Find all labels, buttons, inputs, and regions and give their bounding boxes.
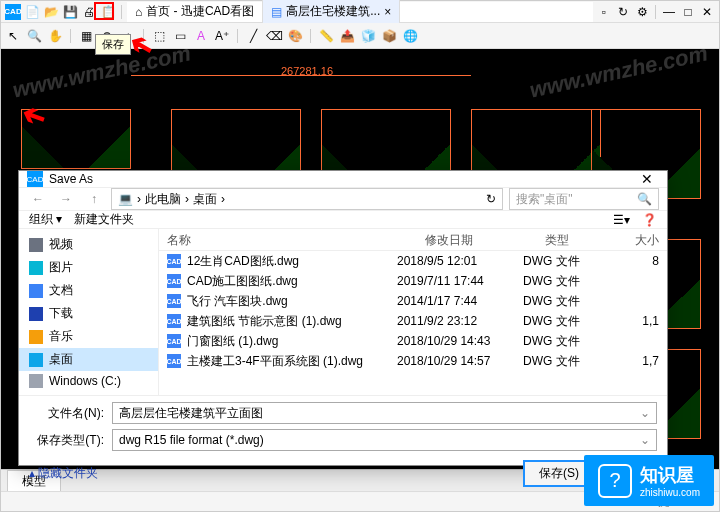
col-size[interactable]: 大小 bbox=[617, 229, 667, 250]
dialog-toolbar: 组织 ▾ 新建文件夹 ☰▾ ❓ bbox=[19, 211, 667, 229]
sidebar-item[interactable]: 下载 bbox=[19, 302, 158, 325]
organize-menu[interactable]: 组织 ▾ bbox=[29, 211, 62, 228]
folder-icon bbox=[29, 307, 43, 321]
folder-icon bbox=[29, 238, 43, 252]
open-icon[interactable]: 📂 bbox=[43, 4, 59, 20]
zoom-icon[interactable]: 🔍 bbox=[26, 28, 42, 44]
plugin-icon[interactable]: 📦 bbox=[381, 28, 397, 44]
tab-label: 首页 - 迅捷CAD看图 bbox=[146, 3, 254, 20]
sidebar-item[interactable]: 桌面 bbox=[19, 348, 158, 371]
window-icon[interactable]: ▫ bbox=[596, 4, 612, 20]
list-header: 名称 修改日期 类型 大小 bbox=[159, 229, 667, 251]
file-row[interactable]: CAD建筑图纸 节能示意图 (1).dwg2011/9/2 23:12DWG 文… bbox=[159, 311, 667, 331]
folder-icon bbox=[29, 284, 43, 298]
annotate-icon[interactable]: A⁺ bbox=[214, 28, 230, 44]
search-input[interactable]: 搜索"桌面" 🔍 bbox=[509, 188, 659, 210]
folder-icon bbox=[29, 353, 43, 367]
dialog-nav: ← → ↑ 💻 ›此电脑 ›桌面 › ↻ 搜索"桌面" 🔍 bbox=[19, 188, 667, 211]
tab-home[interactable]: ⌂ 首页 - 迅捷CAD看图 bbox=[127, 0, 263, 23]
pc-icon: 💻 bbox=[118, 192, 133, 206]
erase-icon[interactable]: ⌫ bbox=[266, 28, 282, 44]
layer-icon[interactable]: ▦ bbox=[78, 28, 94, 44]
3d-icon[interactable]: 🧊 bbox=[360, 28, 376, 44]
brand-icon: ? bbox=[598, 464, 632, 498]
color-icon[interactable]: 🎨 bbox=[287, 28, 303, 44]
new-icon[interactable]: 📄 bbox=[24, 4, 40, 20]
search-placeholder: 搜索"桌面" bbox=[516, 191, 573, 208]
dwg-icon: CAD bbox=[167, 254, 181, 268]
watermark: www.wmzhe.com bbox=[527, 40, 710, 103]
brand-badge: ? 知识屋 zhishiwu.com bbox=[584, 455, 714, 506]
refresh-icon[interactable]: ↻ bbox=[615, 4, 631, 20]
dwg-icon: CAD bbox=[167, 314, 181, 328]
new-folder-button[interactable]: 新建文件夹 bbox=[74, 211, 134, 228]
tab-label: 高层住宅楼建筑... bbox=[286, 3, 380, 20]
app-logo-icon: CAD bbox=[5, 4, 21, 20]
export-icon[interactable]: 📤 bbox=[339, 28, 355, 44]
measure-icon[interactable]: 📏 bbox=[318, 28, 334, 44]
sidebar-item[interactable]: 音乐 bbox=[19, 325, 158, 348]
file-row[interactable]: CAD12生肖CAD图纸.dwg2018/9/5 12:01DWG 文件8 bbox=[159, 251, 667, 271]
close-icon[interactable]: ✕ bbox=[699, 4, 715, 20]
tab-close-icon[interactable]: × bbox=[384, 5, 391, 19]
sidebar-item[interactable]: 视频 bbox=[19, 233, 158, 256]
settings-icon[interactable]: ⚙ bbox=[634, 4, 650, 20]
dwg-icon: CAD bbox=[167, 354, 181, 368]
col-type[interactable]: 类型 bbox=[537, 229, 617, 250]
nav-back-icon[interactable]: ← bbox=[27, 188, 49, 210]
refresh-icon[interactable]: ↻ bbox=[486, 192, 496, 206]
nav-up-icon[interactable]: ↑ bbox=[83, 188, 105, 210]
col-date[interactable]: 修改日期 bbox=[417, 229, 537, 250]
view-icon[interactable]: ☰▾ bbox=[613, 213, 630, 227]
home-icon: ⌂ bbox=[135, 5, 142, 19]
filename-label: 文件名(N): bbox=[29, 405, 104, 422]
dwg-icon: CAD bbox=[167, 274, 181, 288]
doc-icon: ▤ bbox=[271, 5, 282, 19]
cursor-icon[interactable]: ↖ bbox=[5, 28, 21, 44]
filetype-select[interactable]: dwg R15 file format (*.dwg)⌄ bbox=[112, 429, 657, 451]
minimize-icon[interactable]: — bbox=[661, 4, 677, 20]
dwg-icon: CAD bbox=[167, 334, 181, 348]
globe-icon[interactable]: 🌐 bbox=[402, 28, 418, 44]
dialog-close-icon[interactable]: ✕ bbox=[635, 171, 659, 187]
file-list: 名称 修改日期 类型 大小 CAD12生肖CAD图纸.dwg2018/9/5 1… bbox=[159, 229, 667, 395]
sidebar-item[interactable]: Windows (C:) bbox=[19, 371, 158, 391]
path-segment[interactable]: 此电脑 bbox=[145, 191, 181, 208]
text-icon[interactable]: A bbox=[193, 28, 209, 44]
tab-document[interactable]: ▤ 高层住宅楼建筑... × bbox=[263, 0, 400, 23]
pan-icon[interactable]: ✋ bbox=[47, 28, 63, 44]
col-name[interactable]: 名称 bbox=[159, 229, 417, 250]
save-highlight bbox=[94, 2, 114, 20]
dialog-title: Save As bbox=[49, 172, 93, 186]
dialog-sidebar: 视频图片文档下载音乐桌面Windows (C:) bbox=[19, 229, 159, 395]
dialog-footer: 文件名(N): 高层层住宅楼建筑平立面图⌄ 保存类型(T): dwg R15 f… bbox=[19, 395, 667, 497]
path-bar[interactable]: 💻 ›此电脑 ›桌面 › ↻ bbox=[111, 188, 503, 210]
filename-input[interactable]: 高层层住宅楼建筑平立面图⌄ bbox=[112, 402, 657, 424]
sidebar-item[interactable]: 文档 bbox=[19, 279, 158, 302]
hide-folders-link[interactable]: ▴ 隐藏文件夹 bbox=[29, 465, 98, 482]
dialog-titlebar: CAD Save As ✕ bbox=[19, 171, 667, 188]
dimension-value: 267281.16 bbox=[281, 65, 333, 77]
nav-forward-icon[interactable]: → bbox=[55, 188, 77, 210]
file-row[interactable]: CADCAD施工图图纸.dwg2019/7/11 17:44DWG 文件 bbox=[159, 271, 667, 291]
folder-icon bbox=[29, 261, 43, 275]
brand-url: zhishiwu.com bbox=[640, 487, 700, 498]
path-segment[interactable]: 桌面 bbox=[193, 191, 217, 208]
dialog-icon: CAD bbox=[27, 171, 43, 187]
save-as-dialog: CAD Save As ✕ ← → ↑ 💻 ›此电脑 ›桌面 › ↻ 搜索"桌面… bbox=[18, 170, 668, 466]
file-row[interactable]: CAD飞行 汽车图块.dwg2014/1/17 7:44DWG 文件 bbox=[159, 291, 667, 311]
save-icon[interactable]: 💾 bbox=[62, 4, 78, 20]
brand-name: 知识屋 bbox=[640, 463, 700, 487]
line-icon[interactable]: ╱ bbox=[245, 28, 261, 44]
dwg-icon: CAD bbox=[167, 294, 181, 308]
help-icon[interactable]: ❓ bbox=[642, 213, 657, 227]
file-row[interactable]: CAD门窗图纸 (1).dwg2018/10/29 14:43DWG 文件 bbox=[159, 331, 667, 351]
search-icon: 🔍 bbox=[637, 192, 652, 206]
maximize-icon[interactable]: □ bbox=[680, 4, 696, 20]
file-row[interactable]: CAD主楼建工3-4F平面系统图 (1).dwg2018/10/29 14:57… bbox=[159, 351, 667, 371]
filetype-label: 保存类型(T): bbox=[29, 432, 104, 449]
sidebar-item[interactable]: 图片 bbox=[19, 256, 158, 279]
folder-icon bbox=[29, 330, 43, 344]
folder-icon bbox=[29, 374, 43, 388]
